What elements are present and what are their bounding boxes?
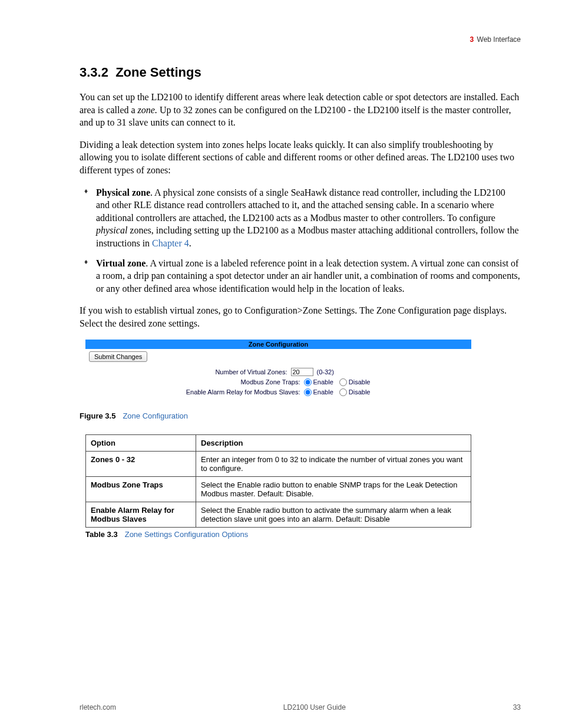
description-cell: Select the Enable radio button to enable… xyxy=(196,476,471,502)
table-caption: Table 3.3Zone Settings Configuration Opt… xyxy=(85,530,521,539)
figure-number: Figure 3.5 xyxy=(80,411,115,420)
option-cell: Zones 0 - 32 xyxy=(86,451,196,476)
description-cell: Select the Enable radio button to activa… xyxy=(196,502,471,527)
footer-left: rletech.com xyxy=(80,703,116,711)
table-row: Modbus Zone Traps Select the Enable radi… xyxy=(86,476,471,502)
paragraph-3: If you wish to establish virtual zones, … xyxy=(80,304,521,330)
description-cell: Enter an integer from 0 to 32 to indicat… xyxy=(196,451,471,476)
chapter-number: 3 xyxy=(470,35,474,44)
modbus-traps-label: Modbus Zone Traps: xyxy=(135,378,300,386)
alarm-relay-enable-radio[interactable] xyxy=(304,388,312,396)
table-number: Table 3.3 xyxy=(85,530,118,539)
chapter-4-link[interactable]: Chapter 4 xyxy=(152,238,189,248)
figure-caption: Figure 3.5Zone Configuration xyxy=(80,411,521,420)
alarm-relay-disable-radio[interactable] xyxy=(339,388,347,396)
virtual-zones-input[interactable] xyxy=(291,368,313,376)
page-header: 3 Web Interface xyxy=(80,35,521,44)
paragraph-1: You can set up the LD2100 to identify di… xyxy=(80,91,521,129)
zone-config-screenshot: Zone Configuration Submit Changes Number… xyxy=(85,340,471,403)
page-footer: rletech.com LD2100 User Guide 33 xyxy=(0,703,562,711)
chapter-title: Web Interface xyxy=(477,35,521,44)
zone-term: zone. xyxy=(138,105,157,115)
list-item-physical-zone: Physical zone. A physical zone consists … xyxy=(84,186,521,250)
table-row: Enable Alarm Relay for Modbus Slaves Sel… xyxy=(86,502,471,527)
figure-title: Zone Configuration xyxy=(123,411,188,420)
footer-page-number: 33 xyxy=(513,703,521,711)
table-row: Zones 0 - 32 Enter an integer from 0 to … xyxy=(86,451,471,476)
col-description-header: Description xyxy=(196,434,471,451)
col-option-header: Option xyxy=(86,434,196,451)
virtual-zone-term: Virtual zone xyxy=(96,258,146,268)
screenshot-titlebar: Zone Configuration xyxy=(85,340,471,349)
option-cell: Modbus Zone Traps xyxy=(86,476,196,502)
physical-zone-term: Physical zone xyxy=(96,187,150,197)
section-heading: 3.3.2 Zone Settings xyxy=(80,65,521,80)
modbus-traps-disable-radio[interactable] xyxy=(339,378,347,386)
paragraph-2: Dividing a leak detection system into zo… xyxy=(80,139,521,177)
virtual-zones-label: Number of Virtual Zones: xyxy=(123,368,287,375)
submit-changes-button[interactable]: Submit Changes xyxy=(89,351,147,362)
options-table: Option Description Zones 0 - 32 Enter an… xyxy=(85,434,471,528)
section-number: 3.3.2 xyxy=(80,65,108,80)
modbus-traps-enable-radio[interactable] xyxy=(304,378,312,386)
zone-types-list: Physical zone. A physical zone consists … xyxy=(80,186,521,295)
virtual-zones-hint: (0-32) xyxy=(317,368,334,375)
footer-center: LD2100 User Guide xyxy=(283,703,346,711)
section-title: Zone Settings xyxy=(115,65,201,80)
list-item-virtual-zone: Virtual zone. A virtual zone is a labele… xyxy=(84,257,521,295)
table-title: Zone Settings Configuration Options xyxy=(125,530,249,539)
option-cell: Enable Alarm Relay for Modbus Slaves xyxy=(86,502,196,527)
alarm-relay-label: Enable Alarm Relay for Modbus Slaves: xyxy=(135,388,300,396)
